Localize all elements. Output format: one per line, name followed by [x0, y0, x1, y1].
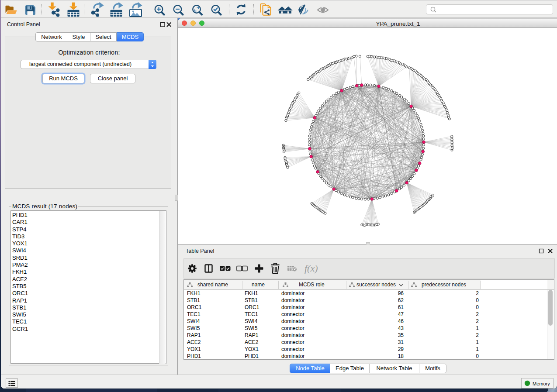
svg-text:f(x): f(x)	[304, 263, 318, 274]
